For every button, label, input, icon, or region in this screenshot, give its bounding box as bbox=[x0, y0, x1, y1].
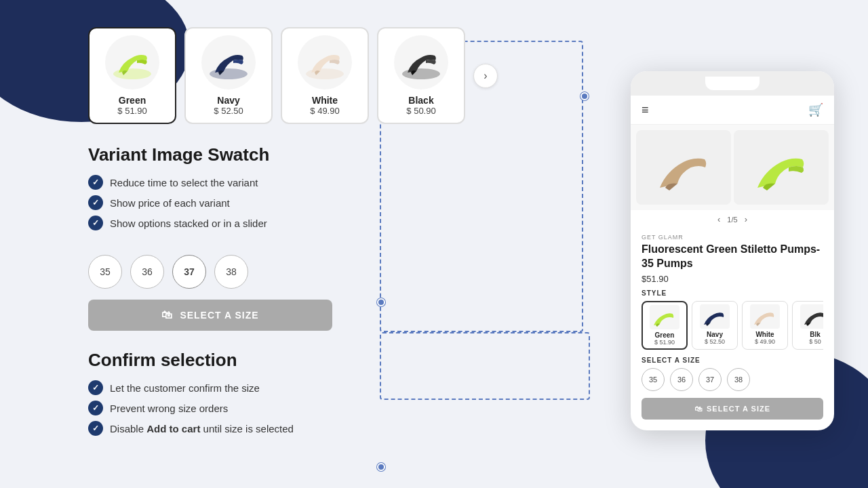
phone-swatch-green[interactable]: Green $ 51.90 bbox=[642, 301, 688, 350]
phone-swatch-black-name: Blk bbox=[797, 331, 823, 338]
size-btn-36[interactable]: 36 bbox=[130, 255, 164, 289]
swatches-row: Green $ 51.90 Navy $ 52.50 bbox=[88, 27, 576, 124]
check-icon-5 bbox=[88, 401, 103, 415]
swatch-green-name: Green bbox=[99, 95, 165, 106]
phone-swatch-navy-img bbox=[700, 304, 730, 329]
select-size-label: SELECT A SIZE bbox=[180, 310, 258, 321]
swatch-white-name: White bbox=[292, 95, 358, 106]
check-icon-6 bbox=[88, 421, 103, 436]
swatch-green-price: $ 51.90 bbox=[99, 106, 165, 116]
prev-image-button[interactable]: ‹ bbox=[717, 214, 720, 224]
right-panel: ≡ 🛒 bbox=[610, 0, 868, 488]
phone-swatch-white-img bbox=[750, 304, 780, 329]
next-image-button[interactable]: › bbox=[745, 214, 747, 224]
phone-notch bbox=[705, 77, 760, 90]
phone-swatch-black[interactable]: Blk $ 50 bbox=[792, 301, 823, 350]
feature-item-3: Show options stacked or in a slider bbox=[88, 216, 576, 230]
phone-brand: GET GLAMR bbox=[642, 234, 823, 241]
phone-size-38[interactable]: 38 bbox=[727, 368, 750, 391]
feature-text-3: Show options stacked or in a slider bbox=[110, 218, 267, 229]
swatch-navy-name: Navy bbox=[195, 95, 262, 106]
phone-top-bar bbox=[631, 71, 834, 96]
phone-swatch-green-price: $ 51.90 bbox=[647, 339, 682, 346]
phone-swatch-white-name: White bbox=[747, 331, 783, 338]
confirm-features: Let the customer confirm the size Preven… bbox=[88, 380, 576, 441]
phone-size-37[interactable]: 37 bbox=[698, 368, 722, 391]
phone-swatch-black-img bbox=[800, 304, 823, 329]
add-to-cart-bold: Add to cart bbox=[146, 423, 200, 434]
phone-swatch-green-img bbox=[650, 305, 679, 329]
swatch-black-price: $ 50.90 bbox=[388, 106, 454, 116]
swatch-white[interactable]: White $ 49.90 bbox=[281, 27, 369, 124]
phone-product-images bbox=[631, 125, 834, 210]
phone-image-1 bbox=[636, 130, 731, 205]
svg-point-3 bbox=[402, 68, 440, 79]
phone-swatches-row: Green $ 51.90 Navy $ 52.50 bbox=[642, 301, 823, 350]
svg-point-0 bbox=[113, 68, 151, 79]
phone-select-size-button[interactable]: 🛍 SELECT A SIZE bbox=[642, 398, 823, 420]
phone-swatch-navy[interactable]: Navy $ 52.50 bbox=[692, 301, 738, 350]
confirm-feature-text-1: Let the customer confirm the size bbox=[110, 382, 260, 394]
size-selector: 35 36 37 38 bbox=[88, 255, 576, 289]
swatch-white-price: $ 49.90 bbox=[292, 106, 358, 116]
phone-swatch-black-price: $ 50 bbox=[797, 338, 823, 345]
phone-size-36[interactable]: 36 bbox=[670, 368, 693, 391]
phone-product-name: Fluorescent Green Stiletto Pumps- 35 Pum… bbox=[642, 243, 823, 271]
confirm-section-title: Confirm selection bbox=[88, 350, 576, 371]
phone-swatch-white[interactable]: White $ 49.90 bbox=[742, 301, 788, 350]
svg-point-1 bbox=[210, 68, 248, 79]
bag-icon: 🛍 bbox=[161, 309, 173, 321]
hamburger-icon[interactable]: ≡ bbox=[642, 103, 649, 117]
variant-features: Reduce time to select the variant Show p… bbox=[88, 175, 576, 236]
size-btn-38[interactable]: 38 bbox=[214, 255, 248, 289]
check-icon-4 bbox=[88, 380, 103, 395]
phone-product-info: GET GLAMR Fluorescent Green Stiletto Pum… bbox=[631, 228, 834, 430]
phone-select-label: SELECT A SIZE bbox=[707, 405, 770, 413]
swatch-navy-price: $ 52.50 bbox=[195, 106, 262, 116]
phone-style-label: STYLE bbox=[642, 289, 823, 297]
phone-swatch-white-price: $ 49.90 bbox=[747, 338, 783, 345]
phone-swatch-navy-name: Navy bbox=[696, 331, 733, 338]
phone-swatch-green-name: Green bbox=[647, 331, 682, 339]
swatch-green[interactable]: Green $ 51.90 bbox=[88, 27, 176, 124]
swatch-next-button[interactable]: › bbox=[473, 64, 498, 88]
swatch-white-image bbox=[298, 35, 352, 89]
phone-sizes: 35 36 37 38 bbox=[642, 368, 823, 391]
confirm-feature-1: Let the customer confirm the size bbox=[88, 380, 576, 395]
swatch-green-image bbox=[105, 35, 159, 89]
size-btn-37[interactable]: 37 bbox=[172, 255, 206, 289]
check-icon-3 bbox=[88, 216, 103, 230]
size-btn-35[interactable]: 35 bbox=[88, 255, 122, 289]
pagination-text: 1/5 bbox=[727, 216, 737, 224]
check-icon-2 bbox=[88, 195, 103, 210]
phone-bag-icon: 🛍 bbox=[694, 405, 703, 413]
feature-text-1: Reduce time to select the variant bbox=[110, 177, 258, 188]
confirm-feature-2: Prevent wrong size orders bbox=[88, 401, 576, 415]
swatch-navy[interactable]: Navy $ 52.50 bbox=[184, 27, 273, 124]
phone-swatch-navy-price: $ 52.50 bbox=[696, 338, 733, 345]
check-icon-1 bbox=[88, 175, 103, 190]
cart-icon[interactable]: 🛒 bbox=[808, 102, 823, 117]
phone-size-label: SELECT A SIZE bbox=[642, 357, 823, 364]
feature-item-1: Reduce time to select the variant bbox=[88, 175, 576, 190]
swatch-navy-image bbox=[201, 35, 256, 89]
variant-section-title: Variant Image Swatch bbox=[88, 144, 576, 165]
confirm-feature-3: Disable Add to cart until size is select… bbox=[88, 421, 576, 436]
confirm-feature-text-2: Prevent wrong size orders bbox=[110, 403, 228, 414]
phone-product-price: $51.90 bbox=[642, 274, 823, 284]
svg-point-2 bbox=[306, 68, 344, 79]
feature-text-2: Show price of each variant bbox=[110, 197, 230, 209]
left-panel: Green $ 51.90 Navy $ 52.50 bbox=[0, 0, 610, 488]
phone-header: ≡ 🛒 bbox=[631, 96, 834, 125]
phone-size-35[interactable]: 35 bbox=[642, 368, 665, 391]
phone-mockup: ≡ 🛒 bbox=[631, 71, 834, 430]
phone-pagination: ‹ 1/5 › bbox=[631, 210, 834, 228]
phone-image-2 bbox=[734, 130, 829, 205]
swatch-black-name: Black bbox=[388, 95, 454, 106]
confirm-feature-text-3: Disable Add to cart until size is select… bbox=[110, 423, 294, 434]
swatch-black-image bbox=[394, 35, 448, 89]
select-size-button[interactable]: 🛍 SELECT A SIZE bbox=[88, 300, 332, 331]
swatch-black[interactable]: Black $ 50.90 bbox=[377, 27, 465, 124]
feature-item-2: Show price of each variant bbox=[88, 195, 576, 210]
